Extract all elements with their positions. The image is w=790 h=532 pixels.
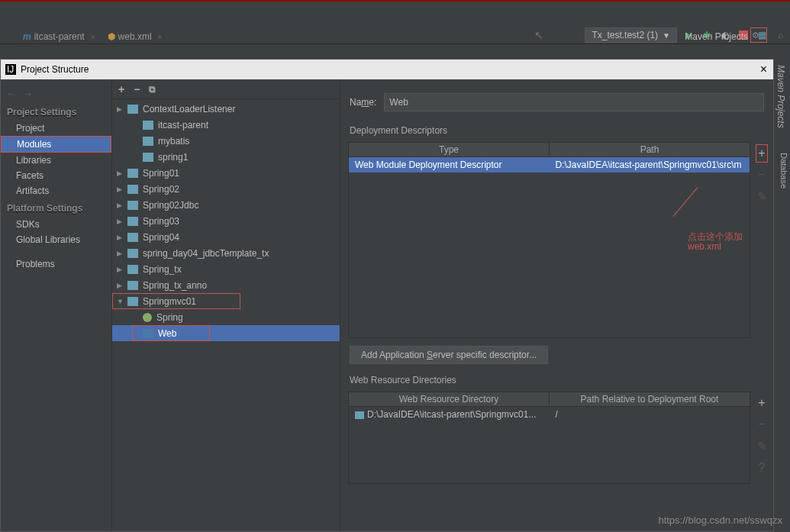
tab-label: itcast-parent [34,31,85,42]
add-server-descriptor-button[interactable]: Add Application Server specific descript… [350,346,548,364]
folder-icon [143,313,152,322]
expand-icon[interactable]: ▶ [117,105,124,113]
folder-icon [127,169,138,178]
dialog-title-text: Project Structure [21,64,89,75]
detail-pane: Name: Deployment Descriptors Type Path W… [340,79,773,531]
search-icon[interactable]: ⌕ [773,28,787,42]
tree-item-contextloaderlistener[interactable]: ▶ContextLoaderListener [112,101,340,117]
tab-web-xml[interactable]: ⬢ web.xml × [103,30,167,44]
expand-icon[interactable]: ▶ [117,266,124,273]
edit-icon[interactable]: ✎ [757,439,767,453]
wrd-table-row[interactable]: D:\JavaIDEA\itcast-parent\Springmvc01...… [349,407,750,422]
expand-icon[interactable]: ▶ [117,234,124,241]
close-icon[interactable]: × [158,33,163,41]
tree-item-spring03[interactable]: ▶Spring03 [112,213,340,229]
wrd-table[interactable]: Web Resource Directory Path Relative to … [348,392,750,484]
forward-icon[interactable]: → [24,89,33,99]
tab-itcast-parent[interactable]: m itcast-parent × [18,30,100,44]
expand-icon[interactable]: ▶ [117,218,124,225]
tree-item-spring-tx[interactable]: ▶Spring_tx [112,261,340,277]
tree-item-spring02[interactable]: ▶Spring02 [112,181,340,197]
tree-item-web[interactable]: Web [112,325,340,341]
expand-icon[interactable]: ▶ [117,185,124,193]
nav-libraries[interactable]: Libraries [1,153,111,168]
tree-item-label: spring1 [158,152,188,163]
name-row: Name: [340,93,773,122]
dropdown-arrow-icon: ▼ [663,31,670,40]
remove-icon[interactable]: − [134,83,140,95]
cell-dir: D:\JavaIDEA\itcast-parent\Springmvc01... [349,408,550,421]
dialog-titlebar: IJ Project Structure × [1,60,773,79]
section-platform-settings: Platform Settings [1,198,111,217]
expand-icon[interactable]: ▶ [117,202,124,209]
gear-icon[interactable]: ⚙ [752,31,759,40]
run-config-selector[interactable]: Tx_test.test2 (1) ▼ [585,27,677,43]
expand-icon[interactable]: ▶ [117,169,124,177]
nav-history: ← → [1,85,111,102]
modules-tree[interactable]: ▶ContextLoaderListeneritcast-parentmybat… [112,99,340,343]
project-structure-dialog: IJ Project Structure × ← → Project Setti… [0,59,774,532]
maven-projects-tab[interactable]: Maven Projects [685,31,748,42]
add-icon[interactable]: + [118,83,124,95]
cell-type: Web Module Deployment Descriptor [349,158,550,172]
nav-project[interactable]: Project [1,121,111,136]
tree-item-label: Spring04 [143,232,179,243]
tree-item-itcast-parent[interactable]: itcast-parent [112,117,340,133]
settings-nav: ← → Project Settings Project Modules Lib… [1,79,112,531]
close-icon[interactable]: × [91,33,95,41]
col-web-resource-dir: Web Resource Directory [349,392,550,406]
nav-sdks[interactable]: SDKs [1,217,111,232]
add-icon[interactable]: + [758,396,765,410]
expand-icon[interactable]: ▶ [117,282,124,289]
folder-icon [127,233,138,242]
tree-item-spring-day04-jdbctemplate-tx[interactable]: ▶spring_day04_jdbcTemplate_tx [112,245,340,261]
name-label: Name: [350,97,376,108]
database-tool[interactable]: Database [779,153,788,189]
nav-artifacts[interactable]: Artifacts [1,183,111,198]
dd-table-row[interactable]: Web Module Deployment Descriptor D:\Java… [349,157,750,172]
col-type: Type [349,143,550,156]
tree-item-label: itcast-parent [158,120,208,131]
tree-item-spring04[interactable]: ▶Spring04 [112,229,340,245]
modules-tree-pane: + − ⧉ ▶ContextLoaderListeneritcast-paren… [112,79,340,531]
remove-icon[interactable]: − [758,168,765,182]
remove-icon[interactable]: − [758,418,765,431]
tree-item-springmvc01[interactable]: ▼Springmvc01 [112,293,340,309]
back-arrow-icon[interactable]: ↖ [534,29,543,41]
expand-icon[interactable]: ▶ [117,250,124,257]
wrd-table-area: Web Resource Directory Path Relative to … [348,392,773,484]
folder-icon [143,153,153,162]
name-input[interactable] [384,93,764,111]
deployment-descriptors-label: Deployment Descriptors [340,122,773,139]
tree-item-mybatis[interactable]: mybatis [112,133,340,149]
tree-item-spring-tx-anno[interactable]: ▶Spring_tx_anno [112,277,340,293]
tree-item-spring[interactable]: Spring [112,309,340,325]
annotation-text1: 点击这个添加 [688,231,743,242]
nav-facets[interactable]: Facets [1,168,111,183]
tree-item-spring1[interactable]: spring1 [112,149,340,165]
help-icon[interactable]: ? [759,461,766,475]
folder-icon [143,137,153,146]
close-icon[interactable]: × [760,63,767,76]
nav-global-libraries[interactable]: Global Libraries [1,232,111,247]
maven-projects-tool[interactable]: Maven Projects [774,59,788,134]
tree-item-label: Spring02 [143,184,179,195]
web-resource-dirs-label: Web Resource Directories [340,372,773,389]
maven-icon: m [23,31,31,42]
red-highlight-box [112,293,240,309]
nav-problems[interactable]: Problems [1,256,111,272]
add-icon[interactable]: + [758,147,765,160]
col-path: Path [550,143,750,156]
tab-label: web.xml [118,31,152,42]
red-border [0,0,790,2]
copy-icon[interactable]: ⧉ [149,84,156,95]
back-icon[interactable]: ← [7,89,16,99]
tree-item-spring02jdbc[interactable]: ▶Spring02Jdbc [112,197,340,213]
run-config-label: Tx_test.test2 (1) [592,30,658,40]
tree-item-label: ContextLoaderListener [143,104,235,114]
edit-icon[interactable]: ✎ [757,189,767,204]
folder-icon [127,201,138,210]
tree-item-spring01[interactable]: ▶Spring01 [112,165,340,181]
nav-modules[interactable]: Modules [1,136,111,153]
ide-topbar: ↖ Tx_test.test2 (1) ▼ ▶ ✱ ◐ ▦ ⌕ m itcast… [0,0,790,44]
